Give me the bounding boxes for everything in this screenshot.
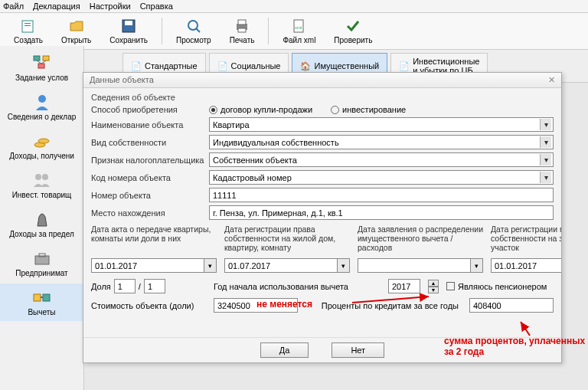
cost-input[interactable] <box>214 298 298 313</box>
svg-rect-25 <box>43 294 50 301</box>
label-pensioner: Являюсь пенсионером <box>458 282 547 291</box>
doc-icon: 📄 <box>399 61 410 71</box>
doc-icon: 📄 <box>217 61 228 71</box>
menu-help[interactable]: Справка <box>140 2 173 11</box>
save-icon <box>120 18 137 34</box>
svg-rect-14 <box>38 64 44 68</box>
label-share: Доля <box>91 282 111 291</box>
svg-rect-8 <box>238 20 246 25</box>
object-name-select[interactable]: Квартира <box>209 117 554 132</box>
yes-button[interactable]: Да <box>260 342 309 358</box>
share-d-input[interactable] <box>144 279 165 293</box>
label-taxpayer: Признак налогоплательщика <box>91 156 204 165</box>
create-button[interactable]: Создать <box>6 16 51 46</box>
date1-input[interactable] <box>91 258 204 273</box>
label-method: Способ приобретения <box>91 105 204 114</box>
date1-label: Дата акта о передаче квартиры, комнаты и… <box>91 224 217 257</box>
date3-input[interactable] <box>358 258 471 273</box>
sidebar-deductions[interactable]: Вычеты <box>0 283 83 321</box>
toolbar: Создать Открыть Сохранить Просмотр Печат… <box>0 13 588 50</box>
svg-rect-0 <box>22 21 33 32</box>
pensioner-checkbox[interactable] <box>446 282 455 290</box>
svg-line-6 <box>196 28 200 32</box>
sidebar-entrepreneur[interactable]: Предпринимат <box>0 244 83 282</box>
radio-purchase[interactable]: договор купли-продажи <box>209 105 312 114</box>
print-button[interactable]: Печать <box>222 16 263 46</box>
deductions-icon <box>31 288 53 306</box>
location-input[interactable] <box>209 205 554 220</box>
svg-point-17 <box>38 95 46 103</box>
number-input[interactable] <box>209 188 554 202</box>
svg-line-16 <box>41 61 46 64</box>
year-input[interactable] <box>388 279 420 293</box>
sidebar: Задание услов Сведения о деклар Доходы, … <box>0 46 84 390</box>
label-number: Номер объекта <box>91 191 204 200</box>
calendar-icon[interactable]: ▾ <box>338 258 350 273</box>
year-spinner[interactable]: ▲▼ <box>428 280 439 293</box>
sidebar-declaration[interactable]: Сведения о деклар <box>0 88 83 126</box>
view-button[interactable]: Просмотр <box>168 16 219 46</box>
no-button[interactable]: Нет <box>332 342 384 358</box>
svg-point-21 <box>42 174 48 180</box>
share-n-input[interactable] <box>114 279 136 293</box>
dialog-titlebar: Данные объекта ✕ <box>83 73 561 88</box>
menu-settings[interactable]: Настройки <box>90 2 131 11</box>
label-name: Наименование объекта <box>91 120 204 129</box>
date2-label: Дата регистрации права собственности на … <box>224 224 350 257</box>
label-code: Код номера объекта <box>91 173 204 182</box>
label-location: Место нахождения <box>91 208 204 218</box>
credit-input[interactable] <box>469 298 554 313</box>
radio-invest[interactable]: инвестирование <box>331 105 406 114</box>
owner-type-select[interactable]: Индивидуальная собственность <box>209 135 554 149</box>
save-button[interactable]: Сохранить <box>102 16 155 46</box>
house-icon: 🏠 <box>300 61 311 71</box>
sidebar-income[interactable]: Доходы, получени <box>0 127 83 165</box>
person-icon <box>31 93 53 111</box>
view-icon <box>185 18 202 34</box>
svg-rect-12 <box>34 56 40 61</box>
open-icon <box>68 18 85 34</box>
xml-icon: xml <box>291 18 308 34</box>
date4-label: Дата регистрации права собственности на … <box>491 224 561 257</box>
svg-line-15 <box>37 61 41 64</box>
object-dialog: Данные объекта ✕ Сведения об объекте Спо… <box>83 72 562 363</box>
bag-icon <box>31 210 53 228</box>
date3-label: Дата заявления о распределении имуществе… <box>358 224 483 257</box>
conditions-icon <box>31 54 53 72</box>
sidebar-conditions[interactable]: Задание услов <box>0 49 83 87</box>
calendar-icon[interactable]: ▾ <box>204 258 217 273</box>
check-icon <box>345 18 361 34</box>
menu-file[interactable]: Файл <box>3 2 24 11</box>
label-credit: Проценты по кредитам за все годы <box>305 301 462 310</box>
svg-rect-4 <box>125 21 132 25</box>
briefcase-icon <box>31 249 53 267</box>
calendar-icon[interactable]: ▾ <box>471 258 483 273</box>
sidebar-abroad[interactable]: Доходы за предел <box>0 205 83 243</box>
taxpayer-select[interactable]: Собственник объекта <box>209 152 554 167</box>
label-owner: Вид собственности <box>91 138 204 147</box>
svg-rect-2 <box>24 25 31 26</box>
svg-rect-9 <box>238 28 246 32</box>
svg-point-19 <box>38 139 49 143</box>
xml-button[interactable]: xml Файл xml <box>275 16 323 46</box>
date2-input[interactable] <box>224 258 338 273</box>
label-cost: Стоимость объекта (доли) <box>91 301 194 310</box>
sidebar-invest-partner[interactable]: Инвест. товарищ <box>0 166 83 204</box>
code-select[interactable]: Кадастровый номер <box>209 170 554 185</box>
print-icon <box>234 18 250 34</box>
label-year: Год начала использования вычета <box>214 282 381 291</box>
svg-rect-22 <box>35 256 49 264</box>
svg-rect-13 <box>43 56 49 61</box>
menu-declaration[interactable]: Декларация <box>33 2 80 11</box>
svg-point-20 <box>35 174 41 180</box>
check-button[interactable]: Проверить <box>326 16 380 46</box>
section-header: Сведения об объекте <box>91 91 554 105</box>
svg-text:xml: xml <box>295 25 302 30</box>
menubar: Файл Декларация Настройки Справка <box>0 0 588 13</box>
date4-input[interactable] <box>491 258 561 273</box>
people-icon <box>31 171 53 189</box>
close-icon[interactable]: ✕ <box>548 75 555 85</box>
create-icon <box>20 18 37 34</box>
open-button[interactable]: Открыть <box>54 16 99 46</box>
svg-rect-24 <box>34 294 41 301</box>
